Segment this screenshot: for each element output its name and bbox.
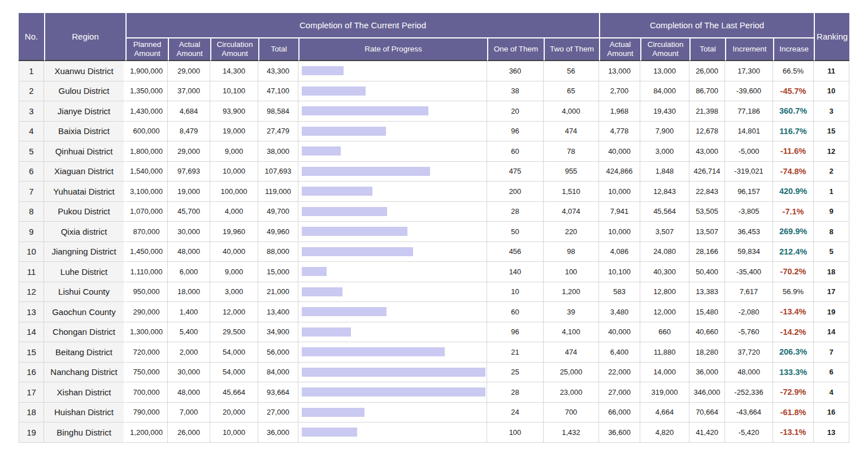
total-cell[interactable]: 27,479 xyxy=(258,122,298,142)
ranking-cell[interactable]: 12 xyxy=(814,141,849,162)
last-circulation-amount-cell[interactable]: 12,000 xyxy=(640,302,689,322)
increase-cell[interactable]: 212.4% xyxy=(773,242,814,262)
row-number-cell[interactable]: 9 xyxy=(19,222,44,242)
circulation-amount-cell[interactable]: 40,000 xyxy=(210,242,258,262)
actual-amount-cell[interactable]: 30,000 xyxy=(168,363,210,383)
last-total-cell[interactable]: 346,000 xyxy=(689,382,725,403)
rate-of-progress-cell[interactable] xyxy=(298,403,487,423)
last-circulation-amount-cell[interactable]: 40,300 xyxy=(640,262,689,282)
planned-amount-cell[interactable]: 1,900,000 xyxy=(125,61,168,81)
circulation-amount-cell[interactable]: 3,000 xyxy=(210,282,258,303)
actual-amount-cell[interactable]: 26,000 xyxy=(168,422,210,443)
rate-of-progress-cell[interactable] xyxy=(298,81,487,102)
increment-cell[interactable]: -2,080 xyxy=(725,302,773,322)
one-of-them-cell[interactable]: 96 xyxy=(487,322,544,343)
last-total-cell[interactable]: 22,843 xyxy=(689,182,725,202)
one-of-them-cell[interactable]: 28 xyxy=(487,202,544,222)
row-number-cell[interactable]: 1 xyxy=(19,61,44,81)
one-of-them-cell[interactable]: 20 xyxy=(487,101,544,122)
total-cell[interactable]: 84,000 xyxy=(258,363,298,383)
ranking-cell[interactable]: 6 xyxy=(814,363,849,383)
region-cell[interactable]: Jianye District xyxy=(44,101,125,122)
circulation-amount-cell[interactable]: 14,300 xyxy=(210,61,258,81)
two-of-them-cell[interactable]: 4,100 xyxy=(544,322,599,343)
two-of-them-cell[interactable]: 474 xyxy=(544,122,599,142)
rate-of-progress-cell[interactable] xyxy=(298,101,487,122)
increase-cell[interactable]: -45.7% xyxy=(773,81,814,102)
one-of-them-cell[interactable]: 140 xyxy=(487,262,544,282)
two-of-them-cell[interactable]: 4,000 xyxy=(544,101,599,122)
two-of-them-cell[interactable]: 474 xyxy=(544,342,599,363)
increment-cell[interactable]: -5,760 xyxy=(725,322,773,343)
increment-cell[interactable]: 96,157 xyxy=(725,182,773,202)
region-cell[interactable]: Lishui County xyxy=(44,282,125,303)
increment-cell[interactable]: 77,186 xyxy=(725,101,773,122)
actual-amount-cell[interactable]: 1,400 xyxy=(168,302,210,322)
region-cell[interactable]: Jiangning District xyxy=(44,242,125,262)
increment-cell[interactable]: 48,000 xyxy=(725,363,773,383)
rate-of-progress-cell[interactable] xyxy=(298,202,487,222)
last-circulation-amount-cell[interactable]: 4,820 xyxy=(640,422,689,443)
rate-of-progress-cell[interactable] xyxy=(298,262,487,282)
last-actual-amount-cell[interactable]: 3,480 xyxy=(599,302,640,322)
rate-of-progress-cell[interactable] xyxy=(298,242,487,262)
ranking-cell[interactable]: 5 xyxy=(814,242,849,262)
ranking-cell[interactable]: 14 xyxy=(814,322,849,343)
actual-amount-cell[interactable]: 7,000 xyxy=(168,403,210,423)
increase-cell[interactable]: -72.9% xyxy=(773,382,814,403)
actual-amount-cell[interactable]: 8,479 xyxy=(168,122,210,142)
increase-cell[interactable]: 66.5% xyxy=(773,61,814,81)
two-of-them-cell[interactable]: 98 xyxy=(544,242,599,262)
row-number-cell[interactable]: 5 xyxy=(19,141,44,162)
one-of-them-cell[interactable]: 456 xyxy=(487,242,544,262)
last-actual-amount-cell[interactable]: 22,000 xyxy=(599,363,640,383)
total-cell[interactable]: 34,900 xyxy=(258,322,298,343)
one-of-them-cell[interactable]: 10 xyxy=(487,282,544,303)
rate-of-progress-cell[interactable] xyxy=(298,322,487,343)
region-cell[interactable]: Qinhuai District xyxy=(44,141,125,162)
total-cell[interactable]: 43,300 xyxy=(258,61,298,81)
rate-of-progress-cell[interactable] xyxy=(298,382,487,403)
last-total-cell[interactable]: 43,000 xyxy=(689,141,725,162)
two-of-them-cell[interactable]: 1,200 xyxy=(544,282,599,303)
ranking-cell[interactable]: 18 xyxy=(814,262,849,282)
increase-cell[interactable]: 56.9% xyxy=(773,282,814,303)
one-of-them-cell[interactable]: 475 xyxy=(487,162,544,182)
row-number-cell[interactable]: 12 xyxy=(19,282,44,303)
total-cell[interactable]: 36,000 xyxy=(258,422,298,443)
actual-amount-cell[interactable]: 19,000 xyxy=(168,182,210,202)
increment-cell[interactable]: 37,720 xyxy=(725,342,773,363)
last-circulation-amount-cell[interactable]: 3,000 xyxy=(640,141,689,162)
planned-amount-cell[interactable]: 720,000 xyxy=(125,342,168,363)
rate-of-progress-cell[interactable] xyxy=(298,141,487,162)
increase-cell[interactable]: -13.4% xyxy=(773,302,814,322)
planned-amount-cell[interactable]: 1,070,000 xyxy=(125,202,168,222)
last-actual-amount-cell[interactable]: 27,000 xyxy=(599,382,640,403)
last-total-cell[interactable]: 50,400 xyxy=(689,262,725,282)
circulation-amount-cell[interactable]: 45,664 xyxy=(210,382,258,403)
last-circulation-amount-cell[interactable]: 45,564 xyxy=(640,202,689,222)
increment-cell[interactable]: -319,021 xyxy=(725,162,773,182)
total-cell[interactable]: 98,584 xyxy=(258,101,298,122)
last-total-cell[interactable]: 53,505 xyxy=(689,202,725,222)
last-total-cell[interactable]: 13,383 xyxy=(689,282,725,303)
last-total-cell[interactable]: 70,664 xyxy=(689,403,725,423)
last-circulation-amount-cell[interactable]: 1,848 xyxy=(640,162,689,182)
actual-amount-cell[interactable]: 29,000 xyxy=(168,141,210,162)
increase-cell[interactable]: -14.2% xyxy=(773,322,814,343)
circulation-amount-cell[interactable]: 10,000 xyxy=(210,422,258,443)
row-number-cell[interactable]: 6 xyxy=(19,162,44,182)
last-actual-amount-cell[interactable]: 4,086 xyxy=(599,242,640,262)
circulation-amount-cell[interactable]: 19,000 xyxy=(210,122,258,142)
last-circulation-amount-cell[interactable]: 12,843 xyxy=(640,182,689,202)
rate-of-progress-cell[interactable] xyxy=(298,122,487,142)
region-cell[interactable]: Gaochun County xyxy=(44,302,125,322)
two-of-them-cell[interactable]: 220 xyxy=(544,222,599,242)
two-of-them-cell[interactable]: 4,074 xyxy=(544,202,599,222)
increment-cell[interactable]: 17,300 xyxy=(725,61,773,81)
last-actual-amount-cell[interactable]: 66,000 xyxy=(599,403,640,423)
circulation-amount-cell[interactable]: 12,000 xyxy=(210,302,258,322)
region-cell[interactable]: Binghu District xyxy=(44,422,125,443)
total-cell[interactable]: 15,000 xyxy=(258,262,298,282)
row-number-cell[interactable]: 4 xyxy=(19,122,44,142)
